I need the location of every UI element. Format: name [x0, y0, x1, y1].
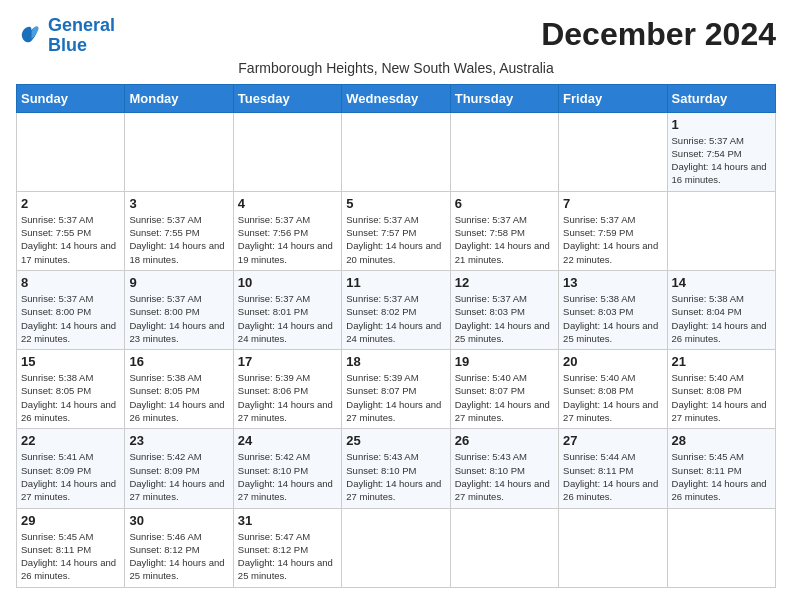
header-day-saturday: Saturday: [667, 84, 775, 112]
calendar-cell: 5Sunrise: 5:37 AMSunset: 7:57 PMDaylight…: [342, 191, 450, 270]
header-day-friday: Friday: [559, 84, 667, 112]
empty-cell: [450, 112, 558, 191]
calendar-cell: 8Sunrise: 5:37 AMSunset: 8:00 PMDaylight…: [17, 270, 125, 349]
empty-cell: [342, 112, 450, 191]
calendar-cell: 9Sunrise: 5:37 AMSunset: 8:00 PMDaylight…: [125, 270, 233, 349]
calendar-cell: [450, 508, 558, 587]
calendar-cell: 7Sunrise: 5:37 AMSunset: 7:59 PMDaylight…: [559, 191, 667, 270]
header-day-sunday: Sunday: [17, 84, 125, 112]
header-day-wednesday: Wednesday: [342, 84, 450, 112]
calendar-cell: 13Sunrise: 5:38 AMSunset: 8:03 PMDayligh…: [559, 270, 667, 349]
calendar-cell: [559, 508, 667, 587]
calendar-cell: [667, 508, 775, 587]
calendar-cell: 16Sunrise: 5:38 AMSunset: 8:05 PMDayligh…: [125, 350, 233, 429]
calendar-body: 1Sunrise: 5:37 AMSunset: 7:54 PMDaylight…: [17, 112, 776, 587]
calendar-cell: 24Sunrise: 5:42 AMSunset: 8:10 PMDayligh…: [233, 429, 341, 508]
header-day-tuesday: Tuesday: [233, 84, 341, 112]
page-header: General Blue December 2024: [16, 16, 776, 56]
empty-cell: [233, 112, 341, 191]
logo-bird-icon: [16, 22, 44, 50]
calendar-cell: 10Sunrise: 5:37 AMSunset: 8:01 PMDayligh…: [233, 270, 341, 349]
calendar-cell: 28Sunrise: 5:45 AMSunset: 8:11 PMDayligh…: [667, 429, 775, 508]
calendar-cell: 3Sunrise: 5:37 AMSunset: 7:55 PMDaylight…: [125, 191, 233, 270]
calendar-row: 15Sunrise: 5:38 AMSunset: 8:05 PMDayligh…: [17, 350, 776, 429]
header-row: SundayMondayTuesdayWednesdayThursdayFrid…: [17, 84, 776, 112]
header-day-thursday: Thursday: [450, 84, 558, 112]
calendar-cell: 22Sunrise: 5:41 AMSunset: 8:09 PMDayligh…: [17, 429, 125, 508]
calendar-cell: 4Sunrise: 5:37 AMSunset: 7:56 PMDaylight…: [233, 191, 341, 270]
calendar-cell: 11Sunrise: 5:37 AMSunset: 8:02 PMDayligh…: [342, 270, 450, 349]
calendar-row: 8Sunrise: 5:37 AMSunset: 8:00 PMDaylight…: [17, 270, 776, 349]
calendar-cell: 12Sunrise: 5:37 AMSunset: 8:03 PMDayligh…: [450, 270, 558, 349]
calendar-cell: 31Sunrise: 5:47 AMSunset: 8:12 PMDayligh…: [233, 508, 341, 587]
header-day-monday: Monday: [125, 84, 233, 112]
calendar-cell: 20Sunrise: 5:40 AMSunset: 8:08 PMDayligh…: [559, 350, 667, 429]
calendar-cell: 18Sunrise: 5:39 AMSunset: 8:07 PMDayligh…: [342, 350, 450, 429]
calendar-cell-1: 1Sunrise: 5:37 AMSunset: 7:54 PMDaylight…: [667, 112, 775, 191]
calendar-cell: 6Sunrise: 5:37 AMSunset: 7:58 PMDaylight…: [450, 191, 558, 270]
logo-text: General Blue: [48, 16, 115, 56]
calendar-row: 22Sunrise: 5:41 AMSunset: 8:09 PMDayligh…: [17, 429, 776, 508]
calendar-header: SundayMondayTuesdayWednesdayThursdayFrid…: [17, 84, 776, 112]
empty-cell: [17, 112, 125, 191]
month-title: December 2024: [541, 16, 776, 53]
calendar-cell: 26Sunrise: 5:43 AMSunset: 8:10 PMDayligh…: [450, 429, 558, 508]
calendar-cell: 14Sunrise: 5:38 AMSunset: 8:04 PMDayligh…: [667, 270, 775, 349]
calendar-cell: 2Sunrise: 5:37 AMSunset: 7:55 PMDaylight…: [17, 191, 125, 270]
calendar-cell: [667, 191, 775, 270]
calendar-cell: 29Sunrise: 5:45 AMSunset: 8:11 PMDayligh…: [17, 508, 125, 587]
calendar-cell: 17Sunrise: 5:39 AMSunset: 8:06 PMDayligh…: [233, 350, 341, 429]
calendar-table: SundayMondayTuesdayWednesdayThursdayFrid…: [16, 84, 776, 588]
calendar-row: 29Sunrise: 5:45 AMSunset: 8:11 PMDayligh…: [17, 508, 776, 587]
empty-cell: [125, 112, 233, 191]
calendar-row: 2Sunrise: 5:37 AMSunset: 7:55 PMDaylight…: [17, 191, 776, 270]
calendar-cell: 27Sunrise: 5:44 AMSunset: 8:11 PMDayligh…: [559, 429, 667, 508]
calendar-row: 1Sunrise: 5:37 AMSunset: 7:54 PMDaylight…: [17, 112, 776, 191]
calendar-cell: 23Sunrise: 5:42 AMSunset: 8:09 PMDayligh…: [125, 429, 233, 508]
calendar-cell: 25Sunrise: 5:43 AMSunset: 8:10 PMDayligh…: [342, 429, 450, 508]
empty-cell: [559, 112, 667, 191]
calendar-cell: 21Sunrise: 5:40 AMSunset: 8:08 PMDayligh…: [667, 350, 775, 429]
logo: General Blue: [16, 16, 115, 56]
calendar-cell: [342, 508, 450, 587]
calendar-subtitle: Farmborough Heights, New South Wales, Au…: [16, 60, 776, 76]
calendar-cell: 15Sunrise: 5:38 AMSunset: 8:05 PMDayligh…: [17, 350, 125, 429]
calendar-cell: 30Sunrise: 5:46 AMSunset: 8:12 PMDayligh…: [125, 508, 233, 587]
calendar-cell: 19Sunrise: 5:40 AMSunset: 8:07 PMDayligh…: [450, 350, 558, 429]
